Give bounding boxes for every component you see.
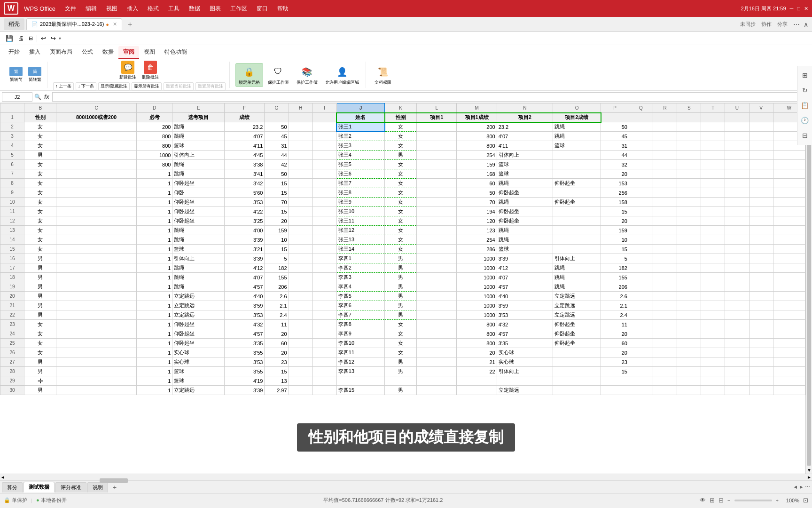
cell-E23[interactable]: 仰卧起坐 (172, 320, 225, 329)
cell-I27[interactable] (312, 357, 336, 367)
header-I[interactable] (312, 113, 336, 122)
cell-H26[interactable] (289, 348, 312, 357)
protect-sheet-btn[interactable]: 🛡 保护工作表 (265, 64, 292, 87)
cell-U12[interactable] (725, 216, 749, 226)
tab-layout[interactable]: 页面布局 (45, 46, 77, 59)
wps-home-tab[interactable]: 稻壳 (4, 18, 24, 30)
cell-U9[interactable] (725, 188, 749, 198)
cell-I3[interactable] (312, 132, 336, 141)
cell-O11[interactable] (553, 207, 601, 216)
cell-R24[interactable] (653, 329, 677, 339)
cell-I30[interactable] (312, 386, 336, 395)
cell-V26[interactable] (749, 348, 773, 357)
cell-G10[interactable]: 70 (265, 198, 289, 207)
col-Q-header[interactable]: Q (629, 103, 653, 113)
cell-B29[interactable]: ✛ (24, 376, 56, 386)
cell-E15[interactable]: 篮球 (172, 245, 225, 254)
cell-I24[interactable] (312, 329, 336, 339)
table-row[interactable]: 24女1仰卧起坐4'5720李四9女8004'57仰卧起坐20 (0, 329, 805, 339)
cell-B17[interactable]: 男 (24, 263, 56, 273)
cell-J25[interactable]: 李四10 (336, 339, 384, 348)
cell-F10[interactable]: 3'53 (225, 198, 265, 207)
cell-C22[interactable] (56, 310, 136, 320)
cell-H8[interactable] (289, 179, 312, 188)
cell-G26[interactable]: 20 (265, 348, 289, 357)
cell-N6[interactable]: 篮球 (497, 160, 553, 169)
sheet-tab-suanfen[interactable]: 算分 (2, 482, 23, 492)
cell-B23[interactable]: 女 (24, 320, 56, 329)
cell-Q18[interactable] (629, 273, 653, 282)
cell-G24[interactable]: 20 (265, 329, 289, 339)
cell-B12[interactable]: 女 (24, 216, 56, 226)
cell-D14[interactable]: 1 (136, 235, 172, 245)
cell-C20[interactable] (56, 292, 136, 301)
minimize-btn[interactable]: ─ (790, 6, 794, 11)
cell-Q9[interactable] (629, 188, 653, 198)
cell-F24[interactable]: 4'57 (225, 329, 265, 339)
cell-Q19[interactable] (629, 282, 653, 292)
cell-F26[interactable]: 3'55 (225, 348, 265, 357)
cell-E7[interactable]: 跳绳 (172, 169, 225, 179)
cell-P8[interactable]: 153 (601, 179, 629, 188)
cell-P5[interactable]: 44 (601, 151, 629, 160)
cell-C5[interactable] (56, 151, 136, 160)
cell-P12[interactable]: 20 (601, 216, 629, 226)
cell-O17[interactable]: 跳绳 (553, 263, 601, 273)
col-D-header[interactable]: D (136, 103, 172, 113)
cell-U17[interactable] (725, 263, 749, 273)
header-P[interactable] (601, 113, 629, 122)
cell-C7[interactable] (56, 169, 136, 179)
cell-M24[interactable]: 800 (457, 329, 497, 339)
cell-F3[interactable]: 4'07 (225, 132, 265, 141)
cell-S22[interactable] (677, 310, 701, 320)
cell-G15[interactable]: 15 (265, 245, 289, 254)
cell-F27[interactable]: 3'53 (225, 357, 265, 367)
cell-Q25[interactable] (629, 339, 653, 348)
cell-Q8[interactable] (629, 179, 653, 188)
cell-E25[interactable]: 仰卧起坐 (172, 339, 225, 348)
col-S-header[interactable]: S (677, 103, 701, 113)
cell-V8[interactable] (749, 179, 773, 188)
cell-U19[interactable] (725, 282, 749, 292)
cell-V22[interactable] (749, 310, 773, 320)
cell-I19[interactable] (312, 282, 336, 292)
cell-W24[interactable] (773, 329, 805, 339)
cell-V14[interactable] (749, 235, 773, 245)
cell-P27[interactable]: 23 (601, 357, 629, 367)
cell-C29[interactable] (56, 376, 136, 386)
cell-U26[interactable] (725, 348, 749, 357)
cell-H18[interactable] (289, 273, 312, 282)
trad-to-simp-btn[interactable]: 繁 繁转简 (8, 66, 24, 84)
cell-P7[interactable]: 20 (601, 169, 629, 179)
cell-S30[interactable] (677, 386, 701, 395)
cell-H19[interactable] (289, 282, 312, 292)
cell-R7[interactable] (653, 169, 677, 179)
cell-E19[interactable]: 跳绳 (172, 282, 225, 292)
doc-rights-btn[interactable]: 📜 文档权限 (372, 64, 394, 87)
cell-T29[interactable] (701, 376, 725, 386)
cell-I14[interactable] (312, 235, 336, 245)
cell-K17[interactable]: 男 (385, 263, 417, 273)
cell-G8[interactable]: 15 (265, 179, 289, 188)
cell-V27[interactable] (749, 357, 773, 367)
header-S[interactable] (677, 113, 701, 122)
cell-D28[interactable]: 1 (136, 367, 172, 376)
cell-F2[interactable]: 23.2 (225, 122, 265, 132)
cell-V5[interactable] (749, 151, 773, 160)
cell-I12[interactable] (312, 216, 336, 226)
col-K-header[interactable]: K (385, 103, 417, 113)
cell-S14[interactable] (677, 235, 701, 245)
cell-P25[interactable]: 60 (601, 339, 629, 348)
table-row[interactable]: 7女1跳绳3'4150张三6女168篮球20 (0, 169, 805, 179)
cell-G4[interactable]: 31 (265, 141, 289, 151)
cell-L4[interactable] (417, 141, 457, 151)
sheet-tab-notes[interactable]: 说明 (87, 482, 108, 492)
cell-T11[interactable] (701, 207, 725, 216)
table-row[interactable]: 8女1仰卧起坐3'4215张三7女60跳绳仰卧起坐153 (0, 179, 805, 188)
cell-C10[interactable] (56, 198, 136, 207)
cell-V4[interactable] (749, 141, 773, 151)
cell-T18[interactable] (701, 273, 725, 282)
cell-J10[interactable]: 张三9 (336, 198, 384, 207)
cell-U18[interactable] (725, 273, 749, 282)
cell-K23[interactable]: 女 (385, 320, 417, 329)
